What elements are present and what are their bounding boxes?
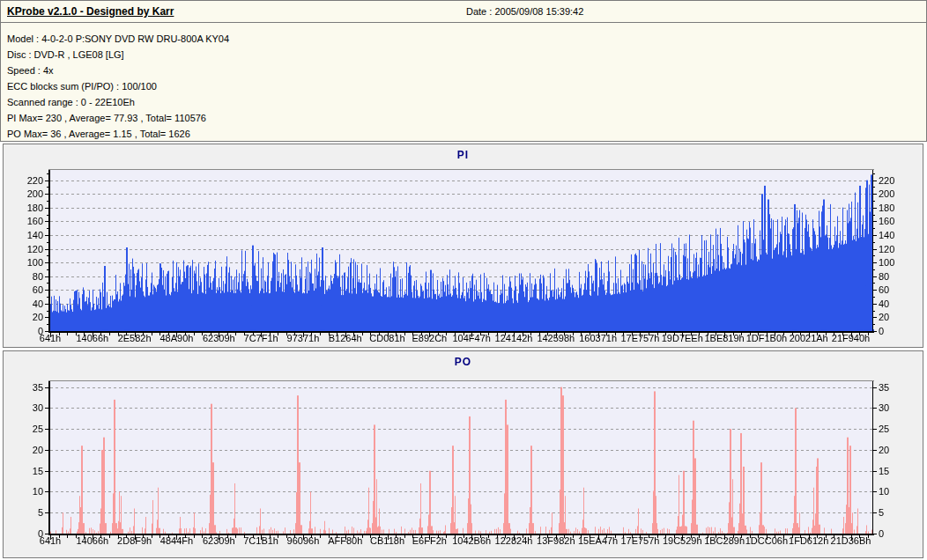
pi-chart [4,144,923,347]
scan-info-panel: Model : 4-0-2-0 P:SONY DVD RW DRU-800A K… [1,23,926,142]
app-title: KProbe v2.1.0 - Designed by Karr [7,5,174,18]
kprobe-window: KProbe v2.1.0 - Designed by Karr Date : … [0,0,927,560]
scan-date: Date : 2005/09/08 15:39:42 [466,6,583,17]
title-bar: KProbe v2.1.0 - Designed by Karr Date : … [1,1,926,23]
info-line-pi-max: PI Max= 230 , Average= 77.93 , Total= 11… [7,110,926,126]
pi-chart-title: PI [4,149,923,161]
info-line-range: Scanned range : 0 - 22E10Eh [7,94,926,110]
info-line-po-max: PO Max= 36 , Average= 1.15 , Total= 1626 [7,126,926,142]
po-chart [4,351,923,557]
info-line-ecc: ECC blocks sum (PI/PO) : 100/100 [7,78,926,94]
info-line-model: Model : 4-0-2-0 P:SONY DVD RW DRU-800A K… [7,31,926,47]
header-section: KProbe v2.1.0 - Designed by Karr Date : … [0,0,927,142]
po-chart-panel: PO [3,350,923,558]
info-line-speed: Speed : 4x [7,63,926,78]
info-line-disc: Disc : DVD-R , LGE08 [LG] [7,47,926,63]
po-chart-title: PO [4,356,923,368]
pi-chart-panel: PI [3,144,923,348]
